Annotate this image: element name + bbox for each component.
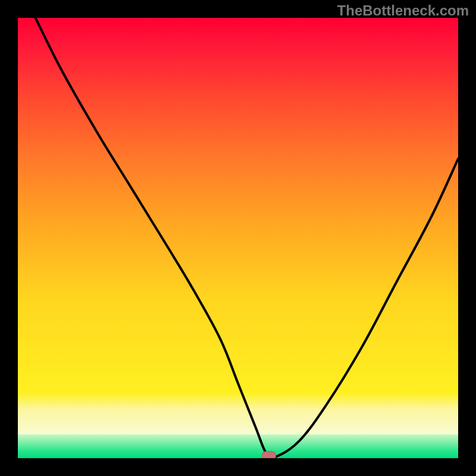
plot-area bbox=[18, 18, 458, 458]
optimum-marker bbox=[262, 451, 276, 458]
chart-frame: TheBottleneck.com bbox=[0, 0, 476, 476]
bottleneck-curve bbox=[18, 18, 458, 458]
attribution-text: TheBottleneck.com bbox=[337, 2, 469, 19]
